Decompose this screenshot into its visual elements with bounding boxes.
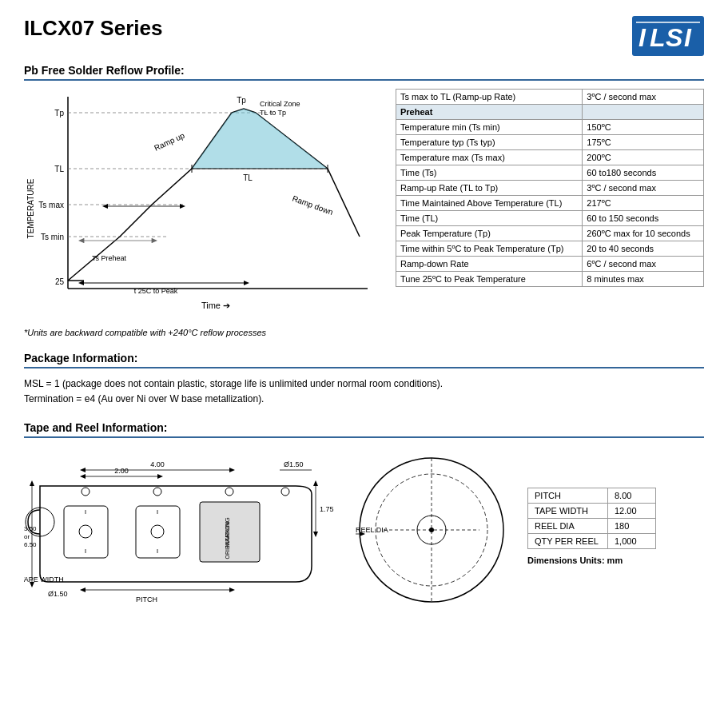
svg-text:Ø1.50: Ø1.50 <box>284 460 304 468</box>
svg-point-56 <box>153 488 161 496</box>
svg-marker-60 <box>80 468 86 472</box>
tape-diagram: MARKING ORIENTATION 4.00 2.00 Ø1.50 <box>24 446 336 606</box>
table-cell-value: 60 to 150 seconds <box>583 211 704 226</box>
svg-marker-33 <box>244 281 249 285</box>
dimensions-label: Dimensions Units: mm <box>527 556 656 565</box>
svg-marker-83 <box>80 587 86 592</box>
tape-reel-content: MARKING ORIENTATION 4.00 2.00 Ø1.50 <box>24 446 704 606</box>
table-cell-value: 60 to180 seconds <box>583 165 704 181</box>
svg-text:S: S <box>666 23 683 52</box>
svg-text:t 25C to Peak: t 25C to Peak <box>134 287 178 295</box>
svg-text:2.00: 2.00 <box>114 467 129 475</box>
logo-container: I L S I <box>632 16 704 56</box>
svg-marker-70 <box>313 480 318 486</box>
table-cell-label: Tune 25ºC to Peak Temperature <box>396 272 583 287</box>
tape-reel-title: Tape and Reel Information: <box>24 421 704 438</box>
svg-text:I: I <box>638 23 646 52</box>
table-cell-label: Ramp-down Rate <box>396 257 583 272</box>
svg-marker-64 <box>80 474 86 479</box>
svg-text:L: L <box>650 23 666 52</box>
svg-text:I: I <box>684 23 692 52</box>
table-cell-label: Time (TL) <box>396 211 583 226</box>
svg-point-45 <box>79 525 92 538</box>
svg-rect-48 <box>136 506 180 558</box>
svg-text:Ts min: Ts min <box>41 233 64 241</box>
compat-note: *Units are backward compatible with +240… <box>24 328 704 337</box>
svg-text:ORIENTATION: ORIENTATION <box>225 522 230 560</box>
svg-marker-65 <box>157 474 163 479</box>
svg-point-55 <box>82 488 90 496</box>
svg-text:Time ➔: Time ➔ <box>201 301 230 310</box>
svg-text:Ramp down: Ramp down <box>291 194 334 217</box>
table-cell-label: Temperature min (Ts min) <box>396 120 583 135</box>
svg-text:TEMPERATURE: TEMPERATURE <box>26 178 35 238</box>
solder-section-title: Pb Free Solder Reflow Profile: <box>24 64 704 81</box>
package-section-title: Package Information: <box>24 352 704 368</box>
svg-marker-71 <box>313 532 318 537</box>
reel-table-value: 12.00 <box>608 503 656 518</box>
reel-table-value: 180 <box>608 518 656 533</box>
table-cell-label: Temperature max (Ts max) <box>396 150 583 165</box>
svg-rect-44 <box>64 506 108 558</box>
svg-marker-38 <box>78 238 84 243</box>
table-row: PITCH8.00 <box>528 488 656 503</box>
reel-table-value: 1,000 <box>608 533 656 548</box>
svg-text:TL: TL <box>54 165 64 173</box>
svg-text:PITCH: PITCH <box>136 595 157 603</box>
svg-text:Ramp up: Ramp up <box>153 131 186 153</box>
reel-table-label: TAPE WIDTH <box>528 503 608 518</box>
package-line: Termination = e4 (Au over Ni over W base… <box>24 392 704 407</box>
ilsi-logo: I L S I <box>632 16 704 56</box>
svg-text:4.00: 4.00 <box>150 460 165 468</box>
reel-table-value: 8.00 <box>608 488 656 503</box>
table-cell-value: 20 to 40 seconds <box>583 241 704 257</box>
svg-text:Tp: Tp <box>54 109 64 117</box>
table-cell-label: Time within 5ºC to Peak Temperature (Tp) <box>396 241 583 257</box>
svg-marker-32 <box>78 281 84 285</box>
profile-table: Ts max to TL (Ramp-up Rate)3ºC / second … <box>396 89 704 287</box>
svg-marker-61 <box>229 468 235 472</box>
table-cell-value: 175ºC <box>583 135 704 150</box>
chart-area: TEMPERATURE Time ➔ Tp TL Ts max Ts min 2… <box>24 89 384 323</box>
svg-marker-23 <box>192 109 328 169</box>
reel-table-label: PITCH <box>528 488 608 503</box>
svg-text:1.75: 1.75 <box>320 505 334 513</box>
table-cell-label: Time (Ts) <box>396 165 583 181</box>
svg-text:25: 25 <box>55 277 65 286</box>
table-cell-value: 217ºC <box>583 196 704 211</box>
table-cell-label: Ramp-up Rate (TL to Tp) <box>396 181 583 196</box>
package-line: MSL = 1 (package does not contain plasti… <box>24 376 704 392</box>
table-cell-label: Time Maintained Above Temperature (TL) <box>396 196 583 211</box>
svg-text:TL: TL <box>243 173 253 182</box>
reel-table-label: REEL DIA <box>528 518 608 533</box>
solder-content: TEMPERATURE Time ➔ Tp TL Ts max Ts min 2… <box>24 89 704 323</box>
table-cell-value: 3ºC / second max <box>583 181 704 196</box>
table-row: REEL DIA180 <box>528 518 656 533</box>
svg-text:Ø1.50: Ø1.50 <box>48 590 68 598</box>
svg-point-58 <box>281 488 289 496</box>
table-row: QTY PER REEL1,000 <box>528 533 656 548</box>
table-cell-value: 200ºC <box>583 150 704 165</box>
table-cell-value: 6ºC / second max <box>583 257 704 272</box>
reel-info: PITCH8.00TAPE WIDTH12.00REEL DIA180QTY P… <box>527 488 656 565</box>
package-text: MSL = 1 (package does not contain plasti… <box>24 376 704 407</box>
svg-text:6.50: 6.50 <box>24 541 37 548</box>
solder-section: Pb Free Solder Reflow Profile: TEMPERATU… <box>24 64 704 337</box>
svg-text:3.50: 3.50 <box>24 525 37 532</box>
svg-text:TL to Tp: TL to Tp <box>260 109 286 117</box>
table-row: TAPE WIDTH12.00 <box>528 503 656 518</box>
svg-text:Ts max: Ts max <box>38 201 64 209</box>
svg-text:TAPE WIDTH: TAPE WIDTH <box>24 576 64 584</box>
svg-text:or: or <box>24 533 30 540</box>
svg-point-49 <box>151 525 164 538</box>
table-cell-label: Preheat <box>396 105 583 120</box>
svg-marker-74 <box>30 480 34 486</box>
reel-table-label: QTY PER REEL <box>528 533 608 548</box>
table-cell-value: 3ºC / second max <box>583 90 704 105</box>
table-cell-value: 260ºC max for 10 seconds <box>583 226 704 241</box>
reel-diagram: REEL DIA <box>352 446 511 606</box>
tape-reel-section: Tape and Reel Information: MARKING ORIEN… <box>24 421 704 606</box>
package-section: Package Information: MSL = 1 (package do… <box>24 352 704 407</box>
reel-table: PITCH8.00TAPE WIDTH12.00REEL DIA180QTY P… <box>527 488 656 549</box>
table-cell-label: Peak Temperature (Tp) <box>396 226 583 241</box>
